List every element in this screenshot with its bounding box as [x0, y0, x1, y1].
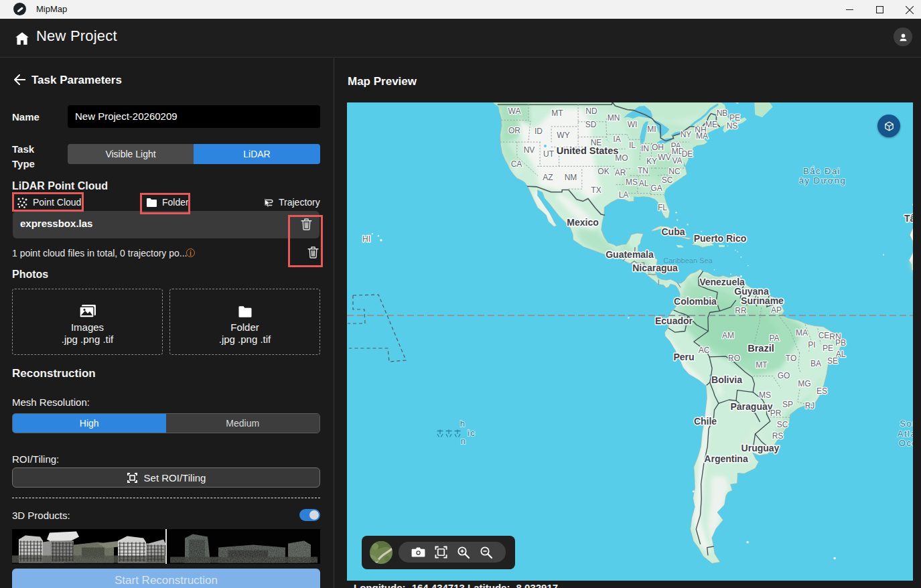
svg-text:Sou: Sou — [900, 419, 913, 429]
svg-text:DE: DE — [682, 149, 693, 159]
svg-text:ES: ES — [817, 386, 827, 396]
svg-text:NB: NB — [717, 108, 728, 118]
svg-text:h: h — [460, 419, 466, 429]
svg-text:AC: AC — [699, 346, 710, 355]
svg-text:AM: AM — [722, 331, 734, 340]
svg-text:GO: GO — [778, 371, 790, 380]
svg-text:MG: MG — [798, 379, 810, 388]
svg-text:SD: SD — [585, 120, 597, 129]
svg-text:Cuba: Cuba — [662, 226, 685, 237]
svg-text:Ecuador: Ecuador — [655, 315, 693, 326]
svg-text:RJ: RJ — [805, 401, 815, 411]
svg-text:Bắc Đại: Bắc Đại — [803, 166, 841, 176]
svg-text:UT: UT — [543, 149, 555, 159]
svg-text:TN: TN — [638, 166, 648, 175]
svg-text:WY: WY — [557, 131, 569, 140]
svg-text:PE: PE — [823, 344, 833, 353]
svg-text:CE: CE — [819, 331, 830, 340]
svg-text:LA: LA — [619, 190, 629, 200]
svg-text:Puerto Rico: Puerto Rico — [694, 233, 747, 244]
svg-text:MN: MN — [608, 113, 620, 123]
svg-text:Chile: Chile — [694, 416, 717, 427]
svg-text:MA: MA — [696, 131, 708, 141]
svg-text:OH: OH — [652, 143, 664, 152]
svg-text:MI: MI — [647, 125, 656, 134]
svg-text:Peru: Peru — [673, 352, 694, 362]
svg-text:MT: MT — [551, 108, 563, 118]
svg-text:Suriname: Suriname — [741, 295, 784, 306]
svg-text:Brazil: Brazil — [748, 343, 774, 354]
svg-text:Oce: Oce — [899, 438, 913, 448]
svg-text:SC: SC — [662, 175, 673, 185]
svg-text:WI: WI — [628, 120, 638, 129]
svg-text:MT: MT — [756, 360, 768, 370]
svg-text:NY: NY — [681, 130, 692, 139]
svg-text:Argentina: Argentina — [704, 453, 748, 464]
svg-text:Tây: Tây — [904, 213, 913, 224]
svg-text:NC: NC — [668, 167, 681, 176]
svg-text:WA: WA — [508, 106, 521, 116]
svg-text:AR: AR — [615, 168, 626, 177]
svg-text:MS: MS — [759, 390, 771, 400]
svg-text:ND: ND — [585, 106, 597, 116]
svg-text:Atla: Atla — [898, 429, 913, 439]
svg-text:IN: IN — [641, 144, 649, 153]
svg-text:MO: MO — [615, 153, 628, 163]
svg-text:RS: RS — [772, 431, 784, 441]
svg-text:PI: PI — [808, 340, 815, 350]
svg-text:SE: SE — [827, 356, 838, 366]
svg-text:ic: ic — [468, 428, 476, 438]
svg-text:PA: PA — [769, 334, 779, 343]
svg-text:Bolivia: Bolivia — [711, 374, 742, 385]
svg-text:RO: RO — [728, 354, 740, 363]
svg-text:OK: OK — [597, 167, 609, 176]
svg-text:ME: ME — [705, 120, 717, 129]
svg-text:PB: PB — [835, 338, 846, 348]
svg-text:OR: OR — [508, 126, 520, 135]
svg-text:BA: BA — [810, 359, 821, 368]
svg-text:IL: IL — [629, 141, 636, 150]
svg-text:FL: FL — [658, 203, 667, 212]
svg-text:MA: MA — [796, 328, 808, 338]
svg-text:SP: SP — [782, 400, 793, 409]
svg-text:Mexico: Mexico — [567, 217, 598, 228]
svg-text:CA: CA — [511, 159, 522, 169]
svg-text:n: n — [461, 436, 467, 446]
svg-text:Paraguay: Paraguay — [730, 401, 772, 412]
svg-text:AL: AL — [639, 179, 649, 188]
svg-text:SC: SC — [777, 420, 788, 429]
svg-text:KY: KY — [646, 157, 657, 166]
svg-text:RR: RR — [735, 306, 747, 315]
svg-text:GA: GA — [650, 183, 662, 193]
svg-text:ây Dương: ây Dương — [799, 175, 846, 186]
svg-text:VA: VA — [672, 156, 682, 165]
svg-text:IA: IA — [613, 135, 620, 144]
svg-text:WV: WV — [658, 153, 670, 162]
svg-text:Uruguay: Uruguay — [741, 443, 780, 453]
svg-text:PR: PR — [770, 409, 782, 418]
svg-text:TX: TX — [591, 186, 601, 195]
svg-text:Caribbean Sea: Caribbean Sea — [663, 256, 713, 265]
svg-text:AP: AP — [771, 305, 782, 315]
svg-text:TO: TO — [786, 354, 796, 363]
svg-text:NE: NE — [591, 138, 602, 147]
svg-text:NM: NM — [565, 173, 577, 182]
svg-text:AZ: AZ — [543, 173, 553, 182]
svg-text:NS: NS — [727, 121, 738, 131]
svg-text:ID: ID — [535, 127, 543, 136]
svg-text:Guatemala: Guatemala — [606, 249, 654, 260]
svg-text:United States: United States — [557, 145, 619, 156]
svg-text:HI: HI — [362, 234, 370, 244]
svg-text:MS: MS — [626, 177, 638, 187]
svg-text:NV: NV — [524, 145, 535, 155]
svg-text:Colombia: Colombia — [674, 296, 717, 307]
